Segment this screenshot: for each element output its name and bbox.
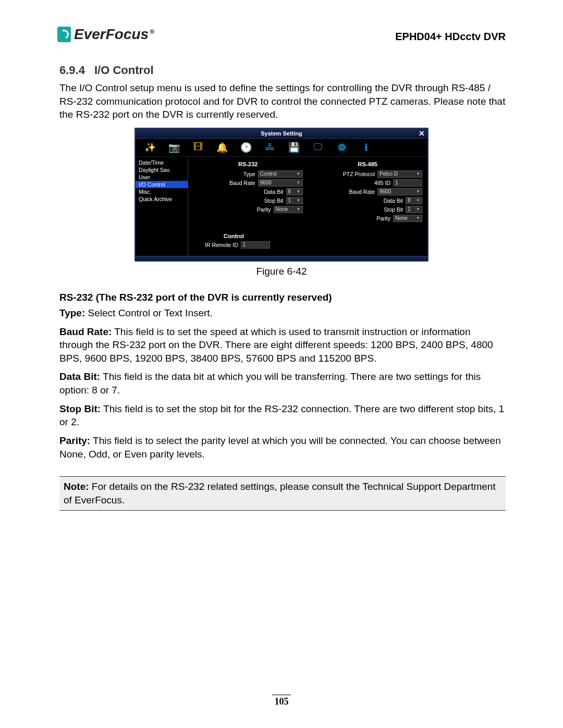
sidebar-item-daylight[interactable]: Daylight Sav.: [136, 166, 188, 174]
section-heading: 6.9.4I/O Control: [59, 64, 506, 77]
rs232-type-select[interactable]: Control▼: [258, 170, 303, 178]
note-text: For details on the RS-232 related settin…: [64, 481, 496, 505]
rs485-proto-select[interactable]: Pelco D▼: [377, 170, 422, 178]
info-icon[interactable]: ℹ: [359, 142, 373, 153]
rs485-column: RS-485 PTZ Protocol Pelco D▼ 485 ID 1 Ba…: [313, 161, 423, 224]
chevron-down-icon: ▼: [416, 198, 420, 203]
rs485-stopbit-row: Stop Bit 1▼: [313, 206, 423, 213]
sidebar-item-user[interactable]: User: [136, 174, 188, 181]
sidebar-item-datetime[interactable]: Date/Time: [136, 159, 188, 166]
rs232-baud-row: Baud Rate 9600▼: [193, 179, 303, 187]
rs485-stopbit-label: Stop Bit: [384, 206, 403, 213]
document-title: EPHD04+ HDcctv DVR: [395, 31, 506, 43]
chevron-down-icon: ▼: [297, 198, 301, 203]
dvr-system-setting-window: System Setting ✕ ✨ 📷 🎞 🔔 🕑 🖧 💾 🖵 ⚙ ℹ Dat…: [134, 128, 429, 262]
record-icon[interactable]: 🎞: [191, 142, 205, 153]
rs232-type-label: Type: [243, 171, 255, 177]
network-icon[interactable]: 🖧: [263, 142, 277, 153]
rs485-parity-label: Parity: [376, 215, 390, 221]
registered-mark: ®: [150, 28, 154, 35]
rs232-databit-label: Data Bit: [264, 189, 283, 195]
rs232-header: RS-232: [193, 161, 303, 167]
dvr-sidebar: Date/Time Daylight Sav. User I/O Control…: [136, 157, 188, 256]
baud-text: This field is to set the speed at which …: [59, 326, 493, 364]
rs485-baud-row: Baud Rate 9600▼: [313, 188, 423, 195]
rs232-parity-label: Parity: [257, 206, 271, 213]
baud-label: Baud Rate:: [59, 326, 112, 337]
page-number: 105: [0, 695, 563, 707]
display-icon[interactable]: 🖵: [311, 142, 325, 153]
rs232-subheading: RS-232 (The RS-232 port of the DVR is cu…: [59, 292, 506, 303]
rs485-proto-label: PTZ Protocol: [343, 171, 375, 177]
rs485-baud-select[interactable]: 9600▼: [377, 188, 422, 195]
rs485-stopbit-select[interactable]: 1▼: [406, 206, 422, 213]
ir-remote-row: IR Remote ID 1: [205, 241, 422, 249]
page-header: EverFocus® EPHD04+ HDcctv DVR: [57, 26, 506, 43]
rs485-parity-select[interactable]: None▼: [393, 215, 422, 222]
rs232-parity-select[interactable]: None▼: [274, 206, 303, 213]
rs485-databit-select[interactable]: 8▼: [406, 197, 422, 204]
note-label: Note:: [64, 481, 89, 492]
note-box: Note: For details on the RS-232 related …: [59, 476, 506, 510]
dvr-toolbar: ✨ 📷 🎞 🔔 🕑 🖧 💾 🖵 ⚙ ℹ: [136, 139, 427, 157]
rs232-column: RS-232 Type Control▼ Baud Rate 9600▼ Dat…: [193, 161, 303, 224]
type-label: Type:: [59, 307, 85, 318]
sidebar-item-quickarchive[interactable]: Quick Archive: [136, 195, 188, 203]
rs485-header: RS-485: [313, 161, 423, 167]
schedule-icon[interactable]: 🕑: [239, 142, 253, 153]
form-columns: RS-232 Type Control▼ Baud Rate 9600▼ Dat…: [193, 161, 422, 224]
databit-paragraph: Data Bit: This field is the data bit at …: [59, 370, 506, 397]
storage-icon[interactable]: 💾: [287, 142, 301, 153]
rs232-baud-select[interactable]: 9600▼: [258, 179, 303, 187]
dvr-window-title: System Setting: [261, 130, 302, 137]
figure-caption: Figure 6-42: [57, 266, 506, 277]
control-section: Control IR Remote ID 1: [193, 233, 422, 250]
chevron-down-icon: ▼: [297, 207, 301, 212]
chevron-down-icon: ▼: [297, 180, 301, 185]
ir-remote-input[interactable]: 1: [241, 241, 270, 249]
rs485-databit-label: Data Bit: [384, 198, 403, 204]
brand-logo: EverFocus®: [57, 26, 154, 43]
stopbit-paragraph: Stop Bit: This field is to set the stop …: [59, 402, 506, 429]
brand-suffix: Focus: [106, 26, 149, 42]
parity-label: Parity:: [59, 435, 90, 446]
system-icon[interactable]: ⚙: [335, 142, 349, 153]
databit-label: Data Bit:: [59, 371, 100, 382]
brand-prefix: Ever: [74, 26, 106, 42]
dvr-body: Date/Time Daylight Sav. User I/O Control…: [136, 157, 427, 256]
baud-paragraph: Baud Rate: This field is to set the spee…: [59, 325, 506, 365]
control-header: Control: [224, 233, 422, 239]
wizard-icon[interactable]: ✨: [143, 142, 157, 153]
rs232-baud-label: Baud Rate: [229, 180, 255, 186]
type-text: Select Control or Text Insert.: [85, 307, 213, 318]
rs485-baud-label: Baud Rate: [349, 189, 375, 195]
brand-name: EverFocus®: [74, 26, 154, 43]
close-icon[interactable]: ✕: [419, 129, 425, 138]
parity-text: This field is to select the parity level…: [59, 435, 501, 460]
rs485-id-input[interactable]: 1: [393, 179, 422, 187]
rs232-stopbit-select[interactable]: 1▼: [286, 197, 303, 204]
chevron-down-icon: ▼: [416, 216, 420, 220]
sidebar-item-misc[interactable]: Misc.: [136, 188, 188, 195]
section-title: I/O Control: [94, 64, 154, 77]
document-page: EverFocus® EPHD04+ HDcctv DVR 6.9.4I/O C…: [0, 0, 563, 728]
camera-icon[interactable]: 📷: [167, 142, 181, 153]
chevron-down-icon: ▼: [416, 171, 420, 176]
dvr-content: RS-232 Type Control▼ Baud Rate 9600▼ Dat…: [188, 157, 427, 256]
rs485-id-label: 485 ID: [374, 180, 390, 186]
rs485-proto-row: PTZ Protocol Pelco D▼: [313, 170, 423, 178]
parity-paragraph: Parity: This field is to select the pari…: [59, 434, 506, 461]
dvr-titlebar: System Setting ✕: [136, 129, 427, 139]
sidebar-item-iocontrol[interactable]: I/O Control: [136, 181, 188, 188]
section-number: 6.9.4: [59, 64, 85, 77]
chevron-down-icon: ▼: [416, 207, 420, 212]
dvr-footer: [136, 256, 427, 261]
type-paragraph: Type: Select Control or Text Insert.: [59, 306, 506, 320]
rs232-databit-row: Data Bit 8▼: [193, 188, 303, 195]
chevron-down-icon: ▼: [297, 171, 301, 176]
rs232-type-row: Type Control▼: [193, 170, 303, 178]
rs232-databit-select[interactable]: 8▼: [286, 188, 303, 195]
databit-text: This field is the data bit at which you …: [59, 371, 481, 396]
stopbit-text: This field is to set the stop bit for th…: [59, 403, 504, 428]
alarm-icon[interactable]: 🔔: [215, 142, 229, 153]
